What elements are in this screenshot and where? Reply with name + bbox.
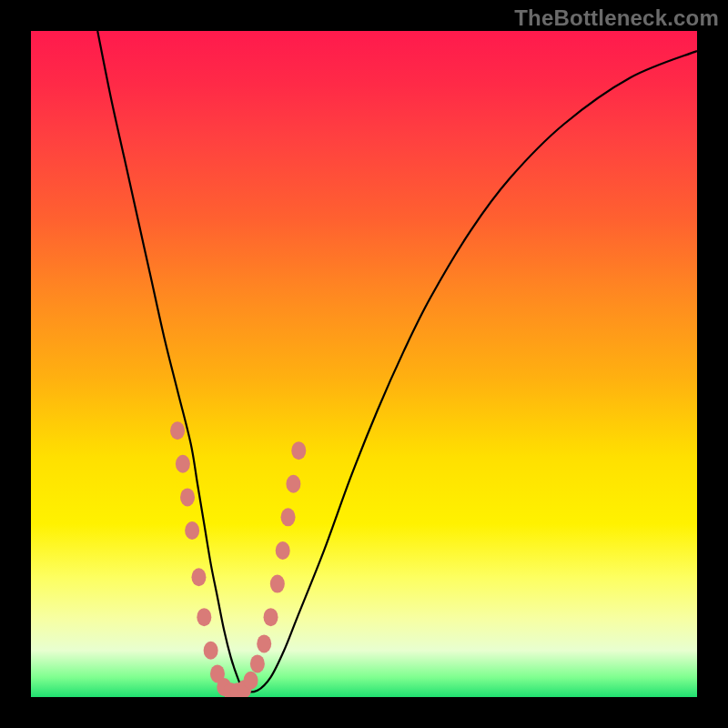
marker-dot xyxy=(270,575,285,593)
marker-dot xyxy=(244,672,258,690)
marker-dot xyxy=(257,634,271,652)
watermark-text: TheBottleneck.com xyxy=(514,5,719,31)
marker-dot xyxy=(197,608,211,626)
curve-svg xyxy=(31,31,697,697)
plot-area xyxy=(31,31,697,697)
marker-group xyxy=(170,421,306,697)
marker-dot xyxy=(191,568,206,586)
chart-frame: TheBottleneck.com xyxy=(0,0,728,728)
marker-dot xyxy=(170,421,185,440)
marker-dot xyxy=(204,642,218,660)
marker-dot xyxy=(281,508,296,526)
marker-dot xyxy=(185,521,199,540)
marker-dot xyxy=(291,441,306,460)
marker-dot xyxy=(176,455,190,473)
bottleneck-curve xyxy=(97,31,697,693)
marker-dot xyxy=(276,541,290,560)
marker-dot xyxy=(250,654,265,672)
marker-dot xyxy=(286,475,300,493)
marker-dot xyxy=(180,488,195,506)
marker-dot xyxy=(264,608,278,626)
